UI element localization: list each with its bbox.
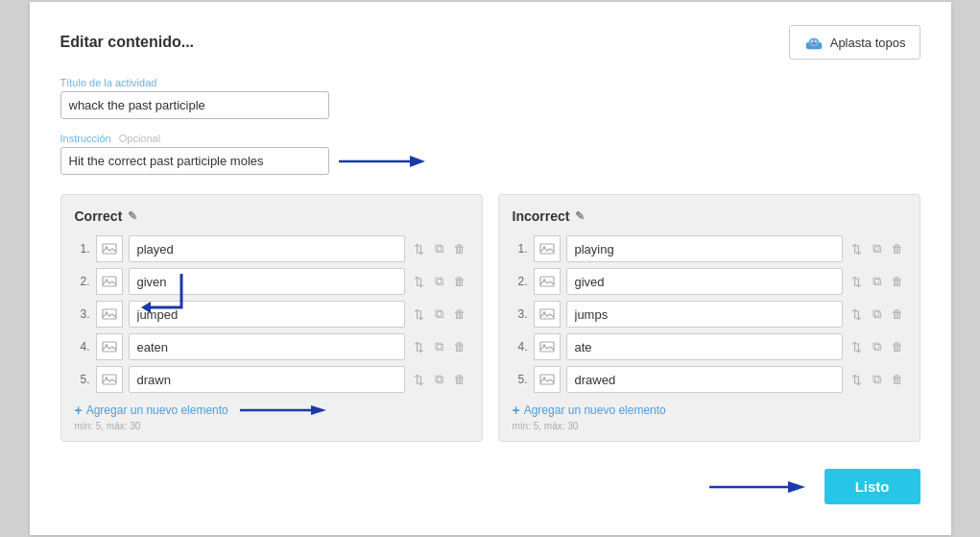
item-delete-icon[interactable]: 🗑 [451, 305, 468, 323]
instruction-arrow-icon [339, 152, 425, 171]
item-delete-icon[interactable]: 🗑 [451, 240, 468, 257]
svg-rect-13 [103, 342, 116, 352]
activity-title-input[interactable] [60, 91, 329, 119]
header-row: Editar contenido... Aplasta topos [60, 25, 920, 60]
svg-rect-9 [103, 277, 116, 286]
incorrect-add-new[interactable]: + Agregar un nuevo elemento [513, 403, 906, 418]
item-copy-icon[interactable]: ⧉ [869, 240, 886, 257]
correct-label: Correct [75, 208, 123, 224]
listo-button[interactable]: Listo [825, 469, 920, 504]
item-move-icon[interactable]: ⇅ [411, 338, 428, 355]
image-icon [102, 339, 117, 354]
item-text-input[interactable] [566, 301, 843, 328]
item-text-input[interactable] [566, 366, 843, 393]
incorrect-add-label: Agregar un nuevo elemento [524, 403, 666, 417]
item-image-box[interactable] [96, 333, 123, 360]
correct-panel-header: Correct ✎ [75, 208, 468, 224]
item-move-icon[interactable]: ⇅ [411, 273, 428, 290]
item-delete-icon[interactable]: 🗑 [889, 273, 906, 290]
item-image-box[interactable] [534, 333, 561, 360]
aplasta-btn-label: Aplasta topos [830, 36, 906, 50]
item-move-icon[interactable]: ⇅ [411, 371, 428, 388]
item-actions: ⇅⧉🗑 [411, 338, 468, 355]
item-image-box[interactable] [96, 268, 123, 295]
item-actions: ⇅⧉🗑 [849, 338, 906, 355]
list-item: 5.⇅⧉🗑 [513, 366, 906, 393]
item-image-box[interactable] [534, 235, 561, 262]
item-text-input[interactable] [129, 235, 405, 262]
item-image-box[interactable] [534, 301, 561, 328]
item-text-input[interactable] [566, 268, 843, 295]
item-copy-icon[interactable]: ⧉ [869, 338, 886, 355]
item-move-icon[interactable]: ⇅ [411, 305, 428, 323]
item-image-box[interactable] [96, 235, 123, 262]
item-number: 4. [75, 340, 90, 354]
incorrect-list: 1.⇅⧉🗑2.⇅⧉🗑3.⇅⧉🗑4.⇅⧉🗑5.⇅⧉🗑 [513, 235, 906, 393]
item-number: 3. [75, 307, 90, 321]
image-icon [102, 372, 117, 387]
item-copy-icon[interactable]: ⧉ [431, 240, 448, 257]
item-number: 1. [513, 242, 528, 256]
item-move-icon[interactable]: ⇅ [849, 240, 866, 257]
item-delete-icon[interactable]: 🗑 [889, 240, 906, 257]
svg-point-4 [812, 42, 816, 44]
item-actions: ⇅⧉🗑 [849, 240, 906, 257]
list-item: 1.⇅⧉🗑 [513, 235, 906, 262]
item-delete-icon[interactable]: 🗑 [451, 338, 468, 355]
instruction-input[interactable] [60, 147, 329, 175]
item-image-box[interactable] [96, 366, 123, 393]
optional-label: Opcional [119, 133, 160, 144]
item-text-input[interactable] [566, 235, 843, 262]
item-delete-icon[interactable]: 🗑 [451, 273, 468, 290]
item-copy-icon[interactable]: ⧉ [869, 305, 886, 323]
item-move-icon[interactable]: ⇅ [849, 338, 866, 355]
item-text-input[interactable] [129, 366, 405, 393]
aplasta-topos-button[interactable]: Aplasta topos [789, 25, 920, 60]
item-copy-icon[interactable]: ⧉ [431, 371, 448, 388]
correct-add-new[interactable]: + Agregar un nuevo elemento [75, 403, 468, 418]
item-actions: ⇅⧉🗑 [411, 273, 468, 290]
item-number: 4. [513, 340, 528, 354]
correct-add-arrow-icon [240, 403, 326, 418]
image-icon [102, 306, 117, 322]
svg-point-3 [815, 40, 817, 42]
footer-row: Listo [60, 469, 920, 504]
item-copy-icon[interactable]: ⧉ [431, 338, 448, 355]
svg-marker-29 [141, 302, 151, 313]
item-copy-icon[interactable]: ⧉ [869, 273, 886, 290]
item-actions: ⇅⧉🗑 [411, 371, 468, 388]
item-move-icon[interactable]: ⇅ [411, 240, 428, 257]
item-delete-icon[interactable]: 🗑 [889, 338, 906, 355]
item-copy-icon[interactable]: ⧉ [431, 305, 448, 323]
item-number: 3. [513, 307, 528, 321]
item-actions: ⇅⧉🗑 [411, 305, 468, 323]
svg-rect-11 [103, 309, 116, 319]
item-delete-icon[interactable]: 🗑 [889, 305, 906, 323]
incorrect-panel: Incorrect ✎ 1.⇅⧉🗑2.⇅⧉🗑3.⇅⧉🗑4.⇅⧉🗑5.⇅⧉🗑 + … [498, 194, 920, 442]
item-copy-icon[interactable]: ⧉ [431, 273, 448, 290]
activity-label: Título de la actividad [60, 77, 920, 88]
item-image-box[interactable] [534, 268, 561, 295]
down-left-arrow-icon [133, 269, 191, 327]
correct-edit-icon[interactable]: ✎ [128, 209, 137, 223]
item-number: 2. [513, 275, 528, 288]
list-item: 5.⇅⧉🗑 [75, 366, 468, 393]
incorrect-edit-icon[interactable]: ✎ [575, 209, 585, 223]
svg-marker-18 [311, 405, 326, 415]
item-image-box[interactable] [534, 366, 561, 393]
image-icon [539, 274, 555, 289]
item-move-icon[interactable]: ⇅ [849, 273, 866, 290]
item-move-icon[interactable]: ⇅ [849, 371, 866, 388]
item-text-input[interactable] [566, 333, 843, 360]
item-delete-icon[interactable]: 🗑 [889, 371, 906, 388]
item-image-box[interactable] [96, 301, 123, 328]
item-number: 1. [75, 242, 90, 256]
item-actions: ⇅⧉🗑 [849, 273, 906, 290]
down-arrow-overlay [133, 269, 191, 330]
item-delete-icon[interactable]: 🗑 [451, 371, 468, 388]
item-copy-icon[interactable]: ⧉ [869, 371, 886, 388]
main-container: Editar contenido... Aplasta topos Título… [30, 2, 951, 535]
item-move-icon[interactable]: ⇅ [849, 305, 866, 323]
correct-min-max: mín: 5, máx: 30 [75, 421, 468, 431]
item-text-input[interactable] [129, 333, 405, 360]
